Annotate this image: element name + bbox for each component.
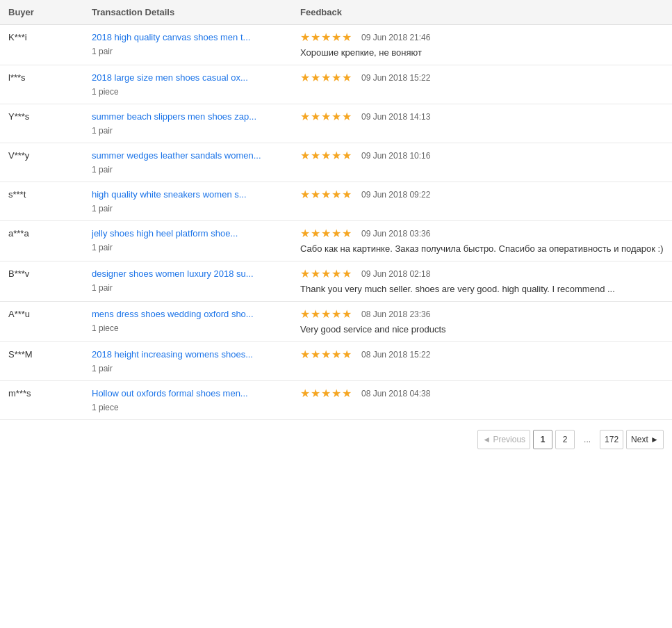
feedback-cell: ★★★★★09 Jun 2018 14:13 [300, 111, 664, 122]
star-icon: ★ [321, 228, 331, 239]
buyer-name: m***s [8, 388, 31, 398]
feedback-date: 09 Jun 2018 03:36 [361, 229, 430, 239]
star-icon: ★ [311, 111, 320, 122]
star-icon: ★ [311, 349, 320, 360]
quantity: 1 pair [92, 204, 284, 214]
star-icon: ★ [342, 72, 352, 83]
star-icon: ★ [311, 32, 320, 43]
buyer-name: Y***s [8, 111, 29, 122]
pagination: ◄ Previous 1 2 ... 172 Next ► [0, 419, 672, 459]
star-icon: ★ [300, 32, 310, 43]
feedback-date: 09 Jun 2018 10:16 [361, 151, 430, 161]
table-row: s***thigh quality white sneakers women s… [0, 182, 672, 221]
star-icon: ★ [311, 72, 320, 83]
page-172-button[interactable]: 172 [600, 430, 623, 449]
transaction-link[interactable]: summer beach slippers men shoes zap... [92, 111, 256, 122]
table-row: S***M2018 height increasing womens shoes… [0, 342, 672, 381]
star-rating: ★★★★★ [300, 268, 352, 280]
quantity: 1 piece [92, 403, 284, 412]
star-icon: ★ [342, 32, 352, 43]
feedback-cell: ★★★★★09 Jun 2018 09:22 [300, 189, 664, 200]
prev-button[interactable]: ◄ Previous [477, 430, 530, 449]
star-icon: ★ [342, 309, 352, 320]
star-icon: ★ [342, 349, 352, 360]
star-icon: ★ [342, 111, 352, 122]
star-icon: ★ [300, 228, 310, 239]
table-row: a***ajelly shoes high heel platform shoe… [0, 221, 672, 261]
buyer-name: l***s [8, 72, 26, 83]
star-rating: ★★★★★ [300, 72, 352, 83]
star-icon: ★ [321, 349, 331, 360]
quantity: 1 pair [92, 47, 284, 56]
feedback-cell: ★★★★★09 Jun 2018 02:18Thank you very muc… [300, 268, 664, 294]
feedback-cell: ★★★★★08 Jun 2018 15:22 [300, 349, 664, 360]
star-icon: ★ [331, 228, 341, 239]
buyer-name: V***y [8, 150, 29, 161]
header-transaction: Transaction Details [83, 0, 292, 25]
buyer-name: B***v [8, 268, 29, 279]
table-row: A***umens dress shoes wedding oxford sho… [0, 302, 672, 342]
star-icon: ★ [300, 268, 310, 280]
transaction-link[interactable]: 2018 large size men shoes casual ox... [92, 72, 248, 83]
page-1-button[interactable]: 1 [533, 430, 552, 449]
transaction-link[interactable]: jelly shoes high heel platform shoe... [92, 228, 238, 239]
feedback-comment: Хорошие крепкие, не воняют [300, 47, 664, 58]
reviews-table: Buyer Transaction Details Feedback K***i… [0, 0, 672, 419]
star-icon: ★ [331, 189, 341, 200]
header-buyer: Buyer [0, 0, 83, 25]
transaction-link[interactable]: high quality white sneakers women s... [92, 189, 247, 200]
star-icon: ★ [311, 150, 320, 161]
feedback-cell: ★★★★★08 Jun 2018 23:36Very good service … [300, 309, 664, 335]
star-icon: ★ [342, 189, 352, 200]
table-row: l***s2018 large size men shoes casual ox… [0, 65, 672, 104]
feedback-date: 09 Jun 2018 21:46 [361, 33, 430, 42]
star-icon: ★ [300, 150, 310, 161]
star-icon: ★ [300, 72, 310, 83]
star-icon: ★ [311, 189, 320, 200]
buyer-name: K***i [8, 32, 27, 42]
feedback-comment: Very good service and nice products [300, 324, 664, 335]
transaction-link[interactable]: 2018 high quality canvas shoes men t... [92, 32, 250, 42]
star-icon: ★ [321, 111, 331, 122]
star-icon: ★ [331, 388, 341, 399]
star-icon: ★ [342, 150, 352, 161]
quantity: 1 pair [92, 364, 284, 373]
feedback-cell: ★★★★★09 Jun 2018 10:16 [300, 150, 664, 161]
feedback-date: 09 Jun 2018 02:18 [361, 269, 430, 279]
buyer-name: A***u [8, 309, 30, 319]
feedback-cell: ★★★★★09 Jun 2018 21:46Хорошие крепкие, н… [300, 32, 664, 58]
transaction-link[interactable]: 2018 height increasing womens shoes... [92, 349, 253, 360]
star-icon: ★ [321, 150, 331, 161]
quantity: 1 piece [92, 87, 284, 97]
buyer-name: S***M [8, 349, 33, 360]
ellipsis: ... [577, 430, 597, 449]
transaction-link[interactable]: designer shoes women luxury 2018 su... [92, 268, 254, 279]
buyer-name: s***t [8, 189, 26, 200]
star-rating: ★★★★★ [300, 388, 352, 399]
page-2-button[interactable]: 2 [555, 430, 575, 449]
feedback-cell: ★★★★★09 Jun 2018 03:36Сабо как на картин… [300, 228, 664, 254]
transaction-link[interactable]: Hollow out oxfords formal shoes men... [92, 388, 248, 398]
feedback-date: 08 Jun 2018 23:36 [361, 309, 430, 319]
star-icon: ★ [321, 32, 331, 43]
table-row: K***i2018 high quality canvas shoes men … [0, 25, 672, 65]
feedback-cell: ★★★★★09 Jun 2018 15:22 [300, 72, 664, 83]
star-icon: ★ [342, 268, 352, 280]
star-icon: ★ [300, 309, 310, 320]
next-button[interactable]: Next ► [626, 430, 664, 449]
star-icon: ★ [321, 72, 331, 83]
feedback-date: 08 Jun 2018 15:22 [361, 350, 430, 360]
star-icon: ★ [311, 228, 320, 239]
transaction-link[interactable]: summer wedges leather sandals women... [92, 150, 261, 161]
star-icon: ★ [342, 388, 352, 399]
star-rating: ★★★★★ [300, 309, 352, 320]
star-icon: ★ [311, 268, 320, 280]
feedback-date: 09 Jun 2018 14:13 [361, 112, 430, 122]
quantity: 1 pair [92, 126, 284, 136]
star-icon: ★ [331, 349, 341, 360]
star-icon: ★ [321, 309, 331, 320]
star-icon: ★ [321, 189, 331, 200]
star-rating: ★★★★★ [300, 32, 352, 43]
feedback-date: 08 Jun 2018 04:38 [361, 389, 430, 398]
transaction-link[interactable]: mens dress shoes wedding oxford sho... [92, 309, 254, 319]
